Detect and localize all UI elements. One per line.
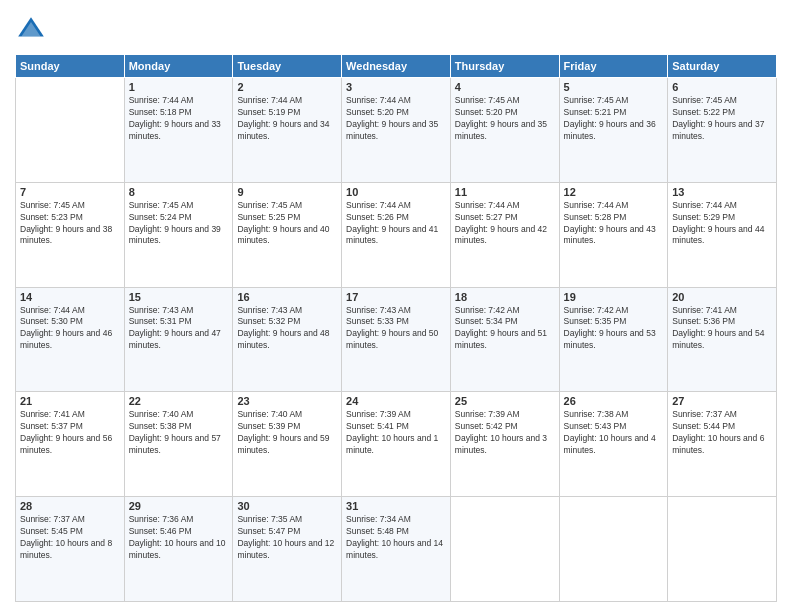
day-cell: 26Sunrise: 7:38 AMSunset: 5:43 PMDayligh…: [559, 392, 668, 497]
col-header-wednesday: Wednesday: [342, 55, 451, 78]
day-cell: 24Sunrise: 7:39 AMSunset: 5:41 PMDayligh…: [342, 392, 451, 497]
day-cell: [668, 497, 777, 602]
cell-info: Sunrise: 7:37 AMSunset: 5:45 PMDaylight:…: [20, 514, 112, 560]
cell-info: Sunrise: 7:38 AMSunset: 5:43 PMDaylight:…: [564, 409, 656, 455]
day-number: 5: [564, 81, 664, 93]
day-number: 15: [129, 291, 229, 303]
day-number: 7: [20, 186, 120, 198]
day-cell: 18Sunrise: 7:42 AMSunset: 5:34 PMDayligh…: [450, 287, 559, 392]
cell-info: Sunrise: 7:35 AMSunset: 5:47 PMDaylight:…: [237, 514, 334, 560]
day-cell: 11Sunrise: 7:44 AMSunset: 5:27 PMDayligh…: [450, 182, 559, 287]
day-cell: 20Sunrise: 7:41 AMSunset: 5:36 PMDayligh…: [668, 287, 777, 392]
day-number: 12: [564, 186, 664, 198]
cell-info: Sunrise: 7:45 AMSunset: 5:22 PMDaylight:…: [672, 95, 764, 141]
day-number: 22: [129, 395, 229, 407]
cell-info: Sunrise: 7:34 AMSunset: 5:48 PMDaylight:…: [346, 514, 443, 560]
day-cell: [559, 497, 668, 602]
day-number: 23: [237, 395, 337, 407]
day-number: 6: [672, 81, 772, 93]
day-cell: 22Sunrise: 7:40 AMSunset: 5:38 PMDayligh…: [124, 392, 233, 497]
day-number: 11: [455, 186, 555, 198]
week-row-3: 14Sunrise: 7:44 AMSunset: 5:30 PMDayligh…: [16, 287, 777, 392]
cell-info: Sunrise: 7:44 AMSunset: 5:26 PMDaylight:…: [346, 200, 438, 246]
day-cell: 9Sunrise: 7:45 AMSunset: 5:25 PMDaylight…: [233, 182, 342, 287]
day-cell: [16, 78, 125, 183]
day-number: 28: [20, 500, 120, 512]
day-cell: 3Sunrise: 7:44 AMSunset: 5:20 PMDaylight…: [342, 78, 451, 183]
col-header-thursday: Thursday: [450, 55, 559, 78]
day-cell: [450, 497, 559, 602]
cell-info: Sunrise: 7:43 AMSunset: 5:32 PMDaylight:…: [237, 305, 329, 351]
day-number: 29: [129, 500, 229, 512]
day-number: 20: [672, 291, 772, 303]
cell-info: Sunrise: 7:44 AMSunset: 5:30 PMDaylight:…: [20, 305, 112, 351]
cell-info: Sunrise: 7:44 AMSunset: 5:20 PMDaylight:…: [346, 95, 438, 141]
cell-info: Sunrise: 7:44 AMSunset: 5:29 PMDaylight:…: [672, 200, 764, 246]
cell-info: Sunrise: 7:40 AMSunset: 5:38 PMDaylight:…: [129, 409, 221, 455]
cell-info: Sunrise: 7:45 AMSunset: 5:25 PMDaylight:…: [237, 200, 329, 246]
cell-info: Sunrise: 7:42 AMSunset: 5:34 PMDaylight:…: [455, 305, 547, 351]
col-header-sunday: Sunday: [16, 55, 125, 78]
day-cell: 1Sunrise: 7:44 AMSunset: 5:18 PMDaylight…: [124, 78, 233, 183]
day-number: 18: [455, 291, 555, 303]
cell-info: Sunrise: 7:45 AMSunset: 5:20 PMDaylight:…: [455, 95, 547, 141]
day-cell: 7Sunrise: 7:45 AMSunset: 5:23 PMDaylight…: [16, 182, 125, 287]
cell-info: Sunrise: 7:43 AMSunset: 5:33 PMDaylight:…: [346, 305, 438, 351]
cell-info: Sunrise: 7:40 AMSunset: 5:39 PMDaylight:…: [237, 409, 329, 455]
day-cell: 30Sunrise: 7:35 AMSunset: 5:47 PMDayligh…: [233, 497, 342, 602]
cell-info: Sunrise: 7:44 AMSunset: 5:19 PMDaylight:…: [237, 95, 329, 141]
cell-info: Sunrise: 7:44 AMSunset: 5:28 PMDaylight:…: [564, 200, 656, 246]
col-header-monday: Monday: [124, 55, 233, 78]
day-cell: 27Sunrise: 7:37 AMSunset: 5:44 PMDayligh…: [668, 392, 777, 497]
cell-info: Sunrise: 7:39 AMSunset: 5:41 PMDaylight:…: [346, 409, 438, 455]
day-number: 13: [672, 186, 772, 198]
cell-info: Sunrise: 7:41 AMSunset: 5:36 PMDaylight:…: [672, 305, 764, 351]
day-number: 21: [20, 395, 120, 407]
col-header-saturday: Saturday: [668, 55, 777, 78]
day-cell: 14Sunrise: 7:44 AMSunset: 5:30 PMDayligh…: [16, 287, 125, 392]
day-cell: 31Sunrise: 7:34 AMSunset: 5:48 PMDayligh…: [342, 497, 451, 602]
logo: [15, 14, 51, 46]
day-cell: 10Sunrise: 7:44 AMSunset: 5:26 PMDayligh…: [342, 182, 451, 287]
day-number: 2: [237, 81, 337, 93]
day-number: 27: [672, 395, 772, 407]
day-number: 16: [237, 291, 337, 303]
cell-info: Sunrise: 7:43 AMSunset: 5:31 PMDaylight:…: [129, 305, 221, 351]
col-header-tuesday: Tuesday: [233, 55, 342, 78]
day-cell: 15Sunrise: 7:43 AMSunset: 5:31 PMDayligh…: [124, 287, 233, 392]
day-number: 4: [455, 81, 555, 93]
day-number: 1: [129, 81, 229, 93]
day-number: 25: [455, 395, 555, 407]
day-cell: 21Sunrise: 7:41 AMSunset: 5:37 PMDayligh…: [16, 392, 125, 497]
day-cell: 2Sunrise: 7:44 AMSunset: 5:19 PMDaylight…: [233, 78, 342, 183]
cell-info: Sunrise: 7:44 AMSunset: 5:18 PMDaylight:…: [129, 95, 221, 141]
logo-icon: [15, 14, 47, 46]
week-row-2: 7Sunrise: 7:45 AMSunset: 5:23 PMDaylight…: [16, 182, 777, 287]
day-number: 10: [346, 186, 446, 198]
cell-info: Sunrise: 7:39 AMSunset: 5:42 PMDaylight:…: [455, 409, 547, 455]
day-number: 24: [346, 395, 446, 407]
week-row-5: 28Sunrise: 7:37 AMSunset: 5:45 PMDayligh…: [16, 497, 777, 602]
cell-info: Sunrise: 7:45 AMSunset: 5:21 PMDaylight:…: [564, 95, 656, 141]
day-cell: 6Sunrise: 7:45 AMSunset: 5:22 PMDaylight…: [668, 78, 777, 183]
week-row-4: 21Sunrise: 7:41 AMSunset: 5:37 PMDayligh…: [16, 392, 777, 497]
day-number: 8: [129, 186, 229, 198]
cell-info: Sunrise: 7:41 AMSunset: 5:37 PMDaylight:…: [20, 409, 112, 455]
day-cell: 8Sunrise: 7:45 AMSunset: 5:24 PMDaylight…: [124, 182, 233, 287]
calendar-table: SundayMondayTuesdayWednesdayThursdayFrid…: [15, 54, 777, 602]
day-cell: 16Sunrise: 7:43 AMSunset: 5:32 PMDayligh…: [233, 287, 342, 392]
col-header-friday: Friday: [559, 55, 668, 78]
day-cell: 13Sunrise: 7:44 AMSunset: 5:29 PMDayligh…: [668, 182, 777, 287]
page: SundayMondayTuesdayWednesdayThursdayFrid…: [0, 0, 792, 612]
day-number: 26: [564, 395, 664, 407]
day-cell: 17Sunrise: 7:43 AMSunset: 5:33 PMDayligh…: [342, 287, 451, 392]
day-cell: 12Sunrise: 7:44 AMSunset: 5:28 PMDayligh…: [559, 182, 668, 287]
day-number: 19: [564, 291, 664, 303]
day-number: 30: [237, 500, 337, 512]
day-number: 9: [237, 186, 337, 198]
day-number: 31: [346, 500, 446, 512]
day-number: 17: [346, 291, 446, 303]
day-number: 3: [346, 81, 446, 93]
cell-info: Sunrise: 7:45 AMSunset: 5:23 PMDaylight:…: [20, 200, 112, 246]
cell-info: Sunrise: 7:45 AMSunset: 5:24 PMDaylight:…: [129, 200, 221, 246]
